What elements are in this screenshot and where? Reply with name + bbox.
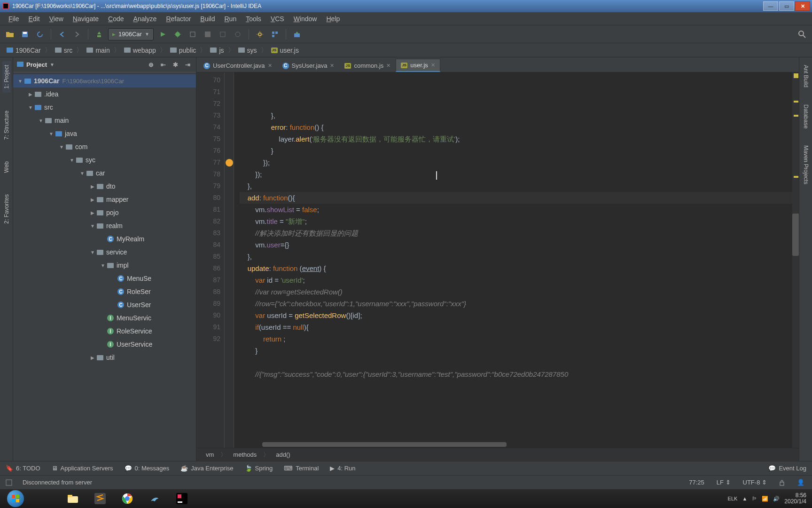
tree-item[interactable]: ▶dto [13, 180, 196, 193]
tree-item[interactable]: ▼service [13, 246, 196, 259]
tree-item[interactable]: ▼com [13, 140, 196, 153]
action-center-icon[interactable]: 🏳 [752, 496, 757, 501]
menu-navigate[interactable]: Navigate [68, 15, 103, 23]
editor-breadcrumb-item[interactable]: methods [233, 451, 257, 458]
line-separator[interactable]: LF ⇕ [715, 479, 733, 486]
tree-item[interactable]: IRoleService [13, 325, 196, 338]
caret-position[interactable]: 77:25 [687, 479, 706, 486]
start-button[interactable] [3, 491, 28, 507]
breadcrumb-item[interactable]: sys [235, 47, 260, 54]
tray-up-icon[interactable]: ▲ [742, 496, 747, 501]
debug-icon[interactable] [172, 28, 184, 40]
left-tab-1--project[interactable]: 1: Project [2, 61, 11, 93]
menu-tools[interactable]: Tools [241, 15, 266, 23]
editor-tab[interactable]: JSuser.js✕ [396, 59, 440, 72]
explorer-icon[interactable] [60, 491, 86, 507]
menu-analyze[interactable]: Analyze [129, 15, 162, 23]
tree-item[interactable]: ▼syc [13, 153, 196, 167]
chrome-icon[interactable] [115, 491, 140, 507]
bottom-tab-4--run[interactable]: ▶4: Run [330, 465, 355, 472]
file-encoding[interactable]: UTF-8 ⇕ [741, 479, 769, 486]
readonly-lock-icon[interactable] [777, 479, 787, 486]
code-editor[interactable]: }, error: function() { layer.alert('服务器没… [234, 72, 792, 448]
bottom-tab-0--messages[interactable]: 💬0: Messages [125, 465, 170, 472]
minimize-button[interactable]: — [763, 1, 778, 11]
coverage-icon[interactable] [187, 28, 199, 40]
editor-tab[interactable]: CUserController.java✕ [198, 59, 277, 72]
network-icon[interactable]: 📶 [762, 496, 768, 502]
tree-item[interactable]: IMenuServic [13, 311, 196, 325]
save-icon[interactable] [19, 28, 31, 40]
run-icon[interactable] [156, 28, 169, 40]
menu-build[interactable]: Build [195, 15, 219, 23]
tree-item[interactable]: ▼car [13, 167, 196, 180]
breadcrumb-item[interactable]: main [84, 47, 112, 54]
menu-file[interactable]: File [4, 15, 24, 23]
bottom-tab-6--todo[interactable]: 🔖6: TODO [6, 465, 40, 472]
breadcrumb-item[interactable]: 1906Car [4, 47, 44, 54]
language-indicator[interactable]: ELK [728, 496, 738, 501]
editor-tab[interactable]: JScommon.js✕ [339, 59, 396, 72]
bottom-tab-terminal[interactable]: ⌨Terminal [284, 465, 319, 472]
run-config-select[interactable]: ▸ 1906Car ▼ [108, 28, 154, 40]
collapse-icon[interactable]: ⇤ [158, 60, 168, 70]
gear-icon[interactable]: ✱ [171, 60, 180, 70]
tree-item[interactable]: CRoleSer [13, 285, 196, 298]
build-icon[interactable] [93, 28, 105, 40]
intention-bulb-icon[interactable] [226, 159, 233, 167]
maximize-button[interactable]: ▭ [779, 1, 794, 11]
forward-icon[interactable] [71, 28, 83, 40]
search-icon[interactable] [796, 28, 808, 40]
aim-icon[interactable]: ⊕ [146, 60, 156, 70]
breadcrumb-item[interactable]: webapp [121, 47, 159, 54]
tree-item[interactable]: ▶util [13, 351, 196, 364]
dolphin-icon[interactable] [142, 491, 167, 507]
project-tree[interactable]: ▼1906CarF:\1906works\1906Car▶.idea▼src▼m… [13, 72, 196, 461]
editor-breadcrumb-item[interactable]: vm [206, 451, 214, 458]
volume-icon[interactable]: 🔊 [773, 496, 780, 502]
breadcrumb-item[interactable]: src [52, 47, 76, 54]
right-tab-maven-projects[interactable]: Maven Projects [802, 142, 810, 188]
menu-edit[interactable]: Edit [24, 15, 45, 23]
breadcrumb-item[interactable]: JSuser.js [268, 47, 302, 54]
tree-item[interactable]: ▼realm [13, 219, 196, 232]
right-tab-ant-build[interactable]: Ant Build [802, 61, 810, 91]
menu-code[interactable]: Code [103, 15, 128, 23]
tree-item[interactable]: ▶mapper [13, 193, 196, 206]
deploy-icon[interactable] [291, 28, 303, 40]
tree-item[interactable]: ▼1906CarF:\1906works\1906Car [13, 74, 196, 87]
tree-item[interactable]: ▼java [13, 127, 196, 140]
tree-item[interactable]: ▶.idea [13, 87, 196, 101]
editor-breadcrumb-item[interactable]: add() [276, 451, 290, 458]
tree-item[interactable]: ▼main [13, 114, 196, 127]
close-tab-icon[interactable]: ✕ [268, 63, 272, 69]
settings-icon[interactable] [254, 28, 266, 40]
tree-item[interactable]: ▼impl [13, 259, 196, 272]
breadcrumb-item[interactable]: js [207, 47, 226, 54]
structure-icon[interactable] [269, 28, 281, 40]
back-icon[interactable] [56, 28, 68, 40]
taskbar-clock[interactable]: 8:56 2020/1/4 [784, 492, 809, 505]
bottom-tab-application-servers[interactable]: 🖥Application Servers [52, 465, 113, 472]
editor-tab[interactable]: CSysUser.java✕ [277, 59, 340, 72]
event-log-button[interactable]: 💬Event Log [768, 465, 806, 472]
breadcrumb-item[interactable]: public [167, 47, 199, 54]
scrollbar-thumb[interactable] [792, 214, 799, 256]
bottom-tab-spring[interactable]: 🍃Spring [245, 465, 273, 472]
left-tab-7--structure[interactable]: 7: Structure [2, 107, 11, 143]
menu-refactor[interactable]: Refactor [161, 15, 195, 23]
profiler-icon[interactable] [232, 28, 244, 40]
close-tab-icon[interactable]: ✕ [386, 63, 390, 69]
intellij-icon[interactable] [169, 491, 195, 507]
menu-run[interactable]: Run [219, 15, 241, 23]
tree-item[interactable]: CMyRealm [13, 232, 196, 246]
menu-vcs[interactable]: VCS [266, 15, 289, 23]
system-tray[interactable]: ELK ▲ 🏳 📶 🔊 8:56 2020/1/4 [728, 492, 809, 505]
open-icon[interactable] [4, 28, 16, 40]
menu-window[interactable]: Window [289, 15, 322, 23]
tree-item[interactable]: CMenuSe [13, 272, 196, 285]
menu-help[interactable]: Help [321, 15, 344, 23]
tree-item[interactable]: ▼src [13, 101, 196, 114]
tree-item[interactable]: ▶pojo [13, 206, 196, 219]
horizontal-scrollbar[interactable] [262, 442, 507, 447]
